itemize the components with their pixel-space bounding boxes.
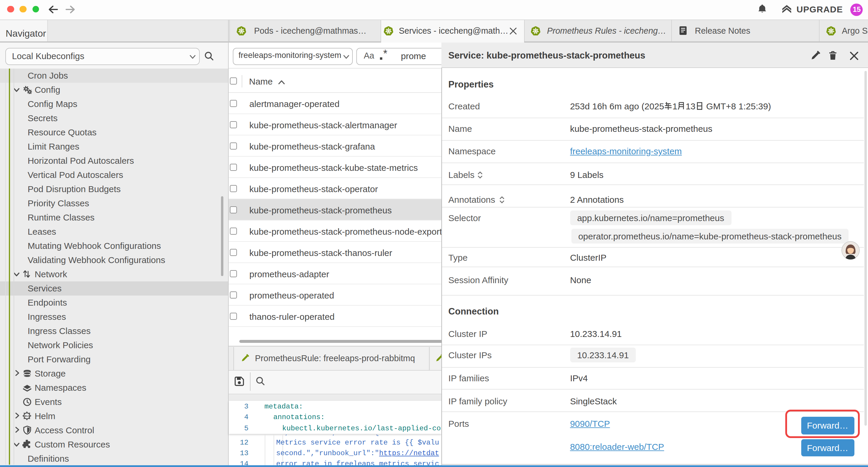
svg-text:HELM: HELM bbox=[24, 415, 30, 418]
